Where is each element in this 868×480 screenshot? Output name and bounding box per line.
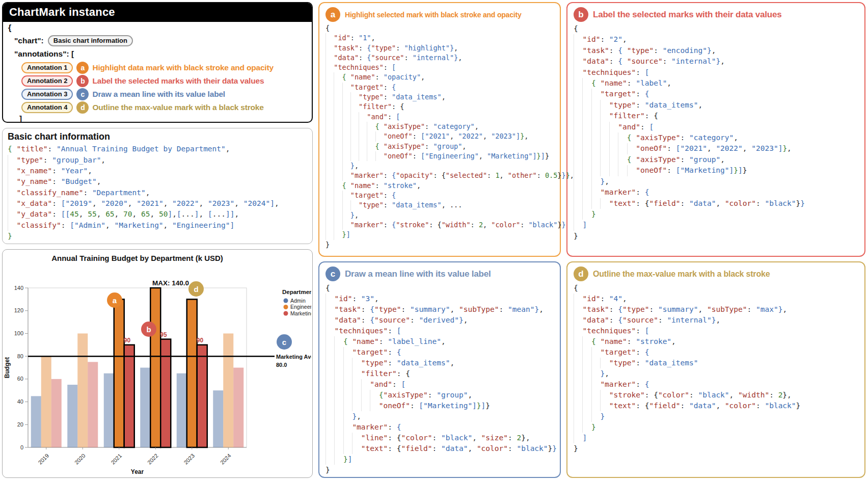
annotation-panel-title: Label the selected marks with their data… bbox=[593, 10, 781, 20]
legend-swatch-admin bbox=[284, 299, 288, 303]
code-line: }] bbox=[326, 454, 554, 465]
code-line: { "axisType": "category", bbox=[326, 122, 554, 131]
code-line: "marker": {"opacity": {"selected": 1, "o… bbox=[326, 171, 554, 180]
value-label: 90 bbox=[197, 337, 204, 344]
code-line: "type": "data_items", bbox=[326, 358, 554, 368]
open-brace: { bbox=[8, 23, 307, 33]
code-line: } bbox=[574, 411, 858, 422]
annotation-panel-title: Draw a mean line with its value label bbox=[345, 269, 491, 279]
x-tick-label: 2019 bbox=[37, 452, 50, 466]
code-line: "marker": {"stroke": {"width": 2, "color… bbox=[326, 220, 554, 230]
annotation-panel-c: c Draw a mean line with its value label … bbox=[318, 261, 561, 478]
annotations-key: "annotations": [ bbox=[14, 49, 307, 61]
bar-marketing-2020 bbox=[88, 362, 98, 447]
code-line: "id": "2", bbox=[574, 34, 858, 45]
bar-admin-2024 bbox=[213, 390, 223, 447]
bar-admin-2023 bbox=[177, 374, 187, 447]
code-line: "marker": { bbox=[574, 187, 858, 198]
code-line: ] bbox=[574, 220, 858, 230]
code-line: { bbox=[326, 283, 554, 294]
bar-marketing-2021 bbox=[124, 345, 134, 447]
mean-line-value: 80.0 bbox=[276, 362, 287, 368]
annotation-pill[interactable]: Annotation 3 bbox=[21, 89, 73, 100]
code-line: "data": {"source": "internal"}, bbox=[574, 315, 858, 326]
code-line: { "name": "opacity", bbox=[326, 72, 554, 82]
badge-b-icon: b bbox=[574, 7, 588, 22]
code-line: } bbox=[574, 209, 858, 220]
annotation-list: Annotation 1aHighlight data mark with bl… bbox=[8, 61, 307, 114]
middle-column: a Highlight selected mark with black str… bbox=[318, 2, 561, 478]
legend-label: Admin bbox=[290, 298, 306, 304]
code-line: "techniques": [ bbox=[574, 67, 858, 78]
annotation-pill[interactable]: Annotation 2 bbox=[21, 75, 73, 87]
code-line: { "name": "stroke", bbox=[326, 181, 554, 191]
code-line: "techniques": [ bbox=[326, 63, 554, 72]
legend-swatch-marketing bbox=[284, 311, 288, 316]
code-line: }, bbox=[326, 411, 554, 422]
code-line: } bbox=[326, 465, 554, 475]
chart-badge-letter: c bbox=[282, 338, 286, 346]
json-code-block: { "title": "Annual Training Budget by De… bbox=[8, 144, 307, 242]
code-line: { "name": "stroke", bbox=[574, 336, 858, 347]
annotation-panel-header: b Label the selected marks with their da… bbox=[574, 7, 858, 22]
code-line: "target": { bbox=[574, 89, 858, 99]
y-axis-title: Budget bbox=[4, 357, 11, 378]
chart-badge-letter: a bbox=[113, 296, 117, 305]
x-tick-label: 2023 bbox=[182, 452, 196, 466]
annotation-description: Draw a mean line with its value label bbox=[92, 90, 225, 99]
value-label: 90 bbox=[124, 337, 131, 344]
code-line: "type": "data_items" bbox=[574, 358, 858, 368]
code-line: "id": "3", bbox=[326, 294, 554, 304]
badge-c-icon: c bbox=[76, 88, 89, 100]
badge-c-icon: c bbox=[326, 266, 340, 281]
code-line: "target": { bbox=[326, 83, 554, 92]
code-line: { bbox=[326, 23, 554, 33]
annotation-description: Highlight data mark with black stroke an… bbox=[92, 63, 273, 72]
code-line: "oneOf": ["Engineering", "Marketing"]}]} bbox=[326, 151, 554, 161]
bar-engineering-2023 bbox=[187, 299, 197, 447]
x-tick-label: 2021 bbox=[110, 452, 123, 466]
chartmark-instance-panel: ChartMark instance { "chart": Basic char… bbox=[2, 2, 313, 123]
code-line: "y_name": "Budget", bbox=[8, 176, 307, 187]
code-line: "type": "data_items", bbox=[574, 100, 858, 111]
chart-badge-letter: d bbox=[194, 285, 198, 294]
code-line: "data": {"source": "derived"}, bbox=[326, 315, 554, 326]
code-line: "x_name": "Year", bbox=[8, 166, 307, 176]
badge-a-icon: a bbox=[326, 7, 340, 22]
annotation-pill[interactable]: Annotation 4 bbox=[21, 102, 73, 113]
code-line: } bbox=[326, 240, 554, 250]
bar-engineering-2024 bbox=[223, 334, 233, 448]
basic-chart-info-pill[interactable]: Basic chart information bbox=[48, 35, 133, 46]
annotation-panel-a: a Highlight selected mark with black str… bbox=[318, 2, 561, 257]
bar-marketing-2019 bbox=[51, 379, 62, 447]
legend-swatch-engineering bbox=[284, 305, 288, 309]
chart-badge-letter: b bbox=[146, 325, 151, 334]
max-value-label: MAX: 140.0 bbox=[152, 279, 189, 287]
code-line: } bbox=[574, 231, 858, 242]
left-column: ChartMark instance { "chart": Basic char… bbox=[2, 2, 313, 478]
code-line: "and": [ bbox=[326, 379, 554, 390]
y-tick-label: 140 bbox=[14, 285, 23, 291]
code-line: "text": {"field": "data", "color": "blac… bbox=[326, 443, 554, 454]
annotation-pill[interactable]: Annotation 1 bbox=[21, 62, 73, 73]
chart-title: Annual Training Budget by Department (k … bbox=[51, 254, 223, 262]
code-line: "target": { bbox=[574, 347, 858, 358]
code-line: { "name": "label_line", bbox=[326, 336, 554, 347]
bar-engineering-2021 bbox=[114, 299, 124, 447]
code-line: "oneOf": ["Marketing"]}]} bbox=[574, 165, 858, 176]
y-tick-label: 120 bbox=[14, 307, 23, 313]
code-line: } bbox=[574, 443, 858, 454]
instance-body: { "chart": Basic chart information "anno… bbox=[3, 22, 312, 123]
code-line: "techniques": [ bbox=[574, 326, 858, 336]
annotation-description: Label the selected marks with their data… bbox=[92, 76, 264, 86]
code-line: ] bbox=[574, 433, 858, 443]
code-line: "id": "1", bbox=[326, 33, 554, 43]
badge-d-icon: d bbox=[76, 101, 89, 114]
annotation-panel-header: a Highlight selected mark with black str… bbox=[326, 7, 554, 22]
json-code-block: { "id": "2", "task": { "type": "encoding… bbox=[574, 23, 858, 242]
y-tick-label: 80 bbox=[17, 353, 23, 359]
code-line: "target": { bbox=[326, 347, 554, 358]
annotation-panel-header: d Outline the max-value mark with a blac… bbox=[574, 266, 858, 281]
bar-engineering-2020 bbox=[77, 334, 88, 448]
code-line: "techniques": [ bbox=[326, 326, 554, 336]
